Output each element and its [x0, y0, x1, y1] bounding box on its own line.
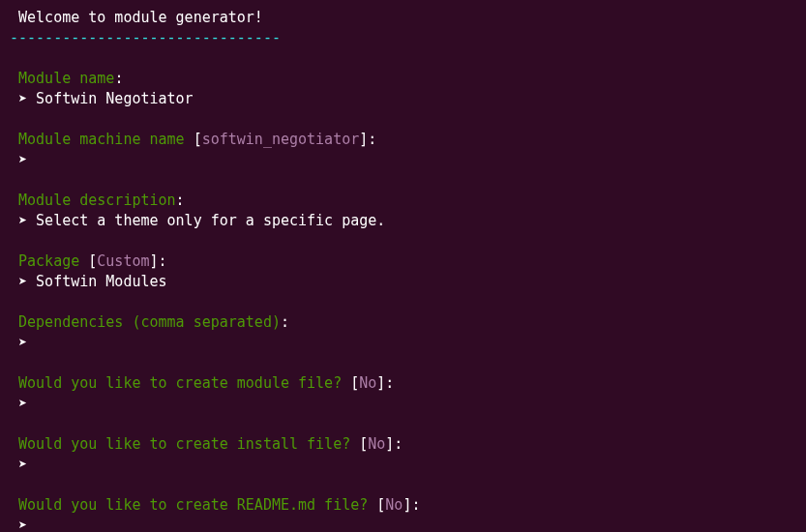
description-prompt: Module description:: [10, 191, 796, 211]
blank-line: [10, 353, 796, 373]
install-file-prompt: Would you like to create install file? […: [10, 434, 796, 455]
prompt-arrow-icon: ➤: [10, 150, 36, 170]
blank-line: [10, 414, 796, 434]
dependencies-answer-line[interactable]: ➤: [10, 333, 796, 353]
module-name-answer-line[interactable]: ➤ Softwin Negotiator: [10, 89, 796, 109]
blank-line: [10, 48, 796, 69]
prompt-arrow-icon: ➤: [10, 455, 36, 475]
prompt-arrow-icon: ➤: [10, 211, 36, 231]
prompt-arrow-icon: ➤: [10, 89, 36, 109]
prompt-arrow-icon: ➤: [10, 394, 36, 414]
dependencies-prompt: Dependencies (comma separated):: [10, 312, 796, 333]
package-answer-line[interactable]: ➤ Softwin Modules: [10, 272, 796, 292]
welcome-line: Welcome to module generator!: [10, 8, 796, 28]
prompt-arrow-icon: ➤: [10, 272, 36, 292]
machine-name-answer-line[interactable]: ➤: [10, 150, 796, 170]
package-answer: Softwin Modules: [36, 273, 166, 290]
machine-name-prompt: Module machine name [softwin_negotiator]…: [10, 130, 796, 150]
prompt-arrow-icon: ➤: [10, 333, 36, 353]
package-prompt: Package [Custom]:: [10, 251, 796, 272]
blank-line: [10, 231, 796, 251]
blank-line: [10, 109, 796, 130]
package-default: Custom: [97, 252, 149, 270]
prompt-arrow-icon: ➤: [10, 516, 36, 532]
blank-line: [10, 475, 796, 495]
welcome-text: Welcome to module generator!: [10, 9, 263, 26]
readme-file-default: No: [385, 496, 403, 514]
module-file-prompt: Would you like to create module file? [N…: [10, 373, 796, 394]
machine-name-default: softwin_negotiator: [202, 131, 360, 148]
blank-line: [10, 170, 796, 191]
module-name-answer: Softwin Negotiator: [36, 90, 194, 107]
description-answer: Select a theme only for a specific page.: [36, 212, 385, 229]
module-file-default: No: [359, 374, 376, 392]
module-file-answer-line[interactable]: ➤: [10, 394, 796, 414]
readme-file-answer-line[interactable]: ➤: [10, 516, 796, 532]
install-file-answer-line[interactable]: ➤: [10, 455, 796, 475]
blank-line: [10, 292, 796, 312]
module-name-prompt: Module name:: [10, 69, 796, 89]
description-answer-line[interactable]: ➤ Select a theme only for a specific pag…: [10, 211, 796, 231]
install-file-default: No: [368, 435, 385, 453]
welcome-dashes: -------------------------------: [10, 28, 796, 48]
readme-file-prompt: Would you like to create README.md file?…: [10, 495, 796, 516]
